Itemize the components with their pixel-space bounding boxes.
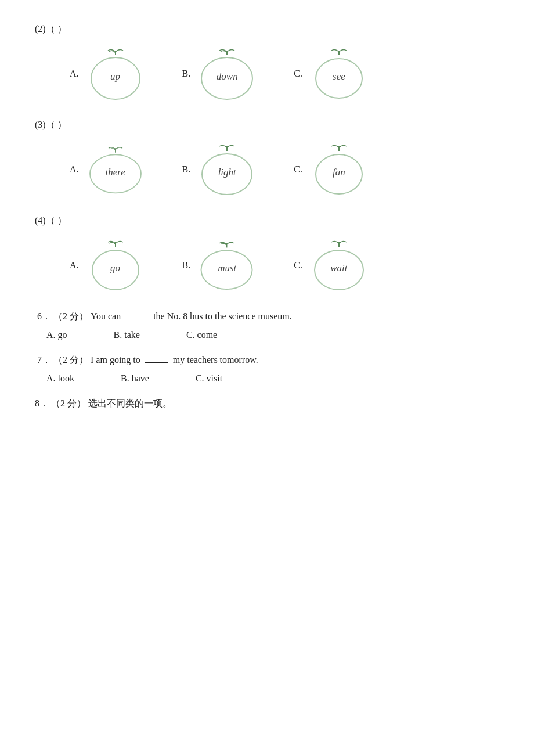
question-6-option-b: B. take <box>114 330 140 340</box>
question-6-points: （2 分） <box>53 311 88 321</box>
option-2-a: A. up <box>70 45 147 103</box>
word-circle-see: see <box>307 45 371 103</box>
question-2-options: A. up B. <box>70 45 499 103</box>
word-circle-go: go <box>84 236 147 294</box>
word-light: light <box>218 167 236 178</box>
question-8-stem: 选出不同类的一项。 <box>88 398 172 408</box>
question-6-stem: 6． （2 分） You can the No. 8 bus to the sc… <box>37 311 499 323</box>
question-4: (4)（ ） A. go B. <box>35 215 499 294</box>
option-3-b: B. light <box>182 141 259 199</box>
word-circle-down: down <box>195 45 259 103</box>
question-8-points: （2 分） <box>51 398 86 408</box>
word-wait: wait <box>330 262 347 274</box>
option-4-c: C. wait <box>294 236 371 294</box>
option-3-c-letter: C. <box>294 164 302 175</box>
question-4-options: A. go B. <box>70 236 499 294</box>
option-3-a-letter: A. <box>70 164 79 175</box>
question-6-num: 6． <box>37 311 51 321</box>
question-6-options: A. go B. take C. come <box>46 330 499 340</box>
option-2-b-letter: B. <box>182 69 191 79</box>
question-7-option-a: A. look <box>46 373 74 384</box>
question-7-option-c: C. visit <box>196 373 222 384</box>
option-4-a: A. go <box>70 236 147 294</box>
option-4-b-letter: B. <box>182 260 191 271</box>
word-circle-wait: wait <box>307 236 371 294</box>
question-6-option-c: C. come <box>186 330 217 340</box>
question-7: 7． （2 分） I am going to my teachers tomor… <box>35 354 499 384</box>
word-circle-there: there <box>84 141 147 199</box>
question-6-text: You can <box>91 311 123 321</box>
question-7-options: A. look B. have C. visit <box>46 373 499 384</box>
option-3-b-letter: B. <box>182 164 191 175</box>
option-4-c-letter: C. <box>294 260 302 271</box>
option-4-a-letter: A. <box>70 260 79 271</box>
question-7-num: 7． <box>37 355 51 365</box>
word-circle-fan: fan <box>307 141 371 199</box>
question-3: (3)（ ） A. there B. <box>35 119 499 199</box>
question-2-label: (2)（ ） <box>35 23 499 35</box>
option-2-a-letter: A. <box>70 69 79 79</box>
question-2: (2)（ ） A. up B. <box>35 23 499 103</box>
question-3-label: (3)（ ） <box>35 119 499 131</box>
word-there: there <box>105 167 125 178</box>
question-7-option-b: B. have <box>121 373 149 384</box>
word-circle-must: must <box>195 236 259 294</box>
question-7-text2: my teachers tomorrow. <box>171 355 258 365</box>
word-fan: fan <box>333 167 345 178</box>
word-circle-light: light <box>195 141 259 199</box>
question-3-options: A. there B. <box>70 141 499 199</box>
question-6-text2: the No. 8 bus to the science museum. <box>151 311 292 321</box>
question-7-text: I am going to <box>91 355 143 365</box>
option-3-a: A. there <box>70 141 147 199</box>
option-2-c: C. see <box>294 45 371 103</box>
question-6-blank <box>125 319 149 319</box>
question-6: 6． （2 分） You can the No. 8 bus to the sc… <box>35 311 499 340</box>
word-up: up <box>110 71 120 82</box>
question-7-blank <box>145 362 168 363</box>
word-down: down <box>217 71 238 82</box>
question-7-points: （2 分） <box>53 355 88 365</box>
option-2-c-letter: C. <box>294 69 302 79</box>
word-circle-up: up <box>84 45 147 103</box>
question-4-label: (4)（ ） <box>35 215 499 227</box>
question-6-option-a: A. go <box>46 330 67 340</box>
word-go: go <box>110 262 120 274</box>
question-7-stem: 7． （2 分） I am going to my teachers tomor… <box>37 354 499 366</box>
option-2-b: B. down <box>182 45 259 103</box>
option-4-b: B. must <box>182 236 259 294</box>
option-3-c: C. fan <box>294 141 371 199</box>
word-must: must <box>218 262 236 274</box>
word-see: see <box>333 71 345 82</box>
question-8-num: 8． <box>35 398 49 408</box>
question-8: 8． （2 分） 选出不同类的一项。 <box>35 398 499 410</box>
